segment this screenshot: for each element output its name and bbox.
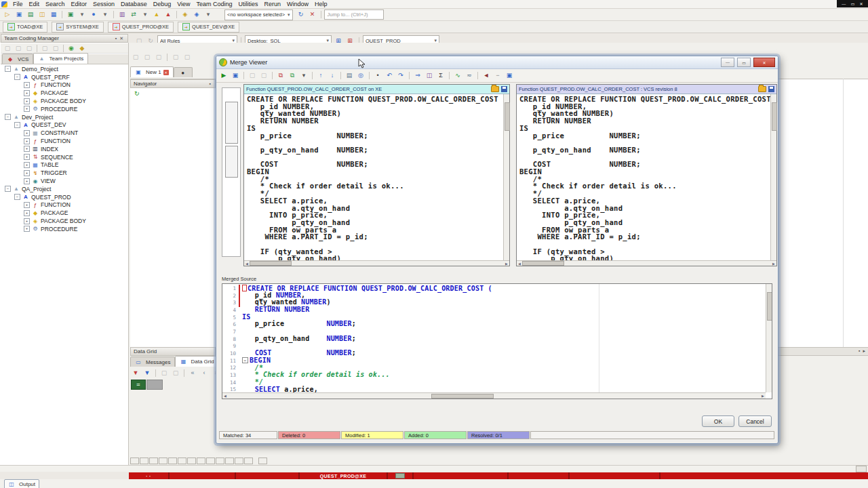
vertical-scrollbar[interactable] — [503, 94, 509, 260]
refresh-icon[interactable]: ↻ — [134, 90, 140, 97]
expand-icon[interactable]: + — [24, 170, 30, 176]
ignore-blanks-icon[interactable]: ≂ — [464, 70, 475, 81]
navigator-cell[interactable] — [197, 458, 205, 464]
navigator-cell[interactable] — [244, 458, 253, 464]
tab-messages[interactable]: ▭Messages — [130, 357, 175, 367]
checkin-icon[interactable]: ▢ — [13, 43, 24, 54]
tree-item-constraint[interactable]: +▦CONSTRAINT — [1, 129, 128, 137]
maximize-icon[interactable]: ▭ — [737, 58, 751, 67]
tree-item-table[interactable]: +▦TABLE — [1, 161, 128, 169]
tab-new-1[interactable]: ▣ New 1 ✕ — [130, 66, 174, 77]
tab-vcs[interactable]: ◆VCS — [2, 54, 33, 64]
navigator-cell[interactable] — [130, 458, 139, 464]
navigator-cell[interactable] — [178, 458, 186, 464]
team-coding-icon[interactable]: ⇄ — [128, 9, 139, 20]
menu-window[interactable]: Window — [284, 1, 311, 7]
save-file-icon[interactable] — [768, 86, 774, 92]
history-icon[interactable]: ▢ — [39, 43, 50, 54]
workspace-delete-icon[interactable]: ✕ — [307, 9, 318, 20]
connection-quest-dev-xe[interactable]: ➜QUEST_DEV@XE — [178, 22, 239, 33]
collapse-icon[interactable]: − — [14, 122, 20, 128]
close-icon[interactable]: ✕ — [753, 58, 775, 67]
sort-desc-icon[interactable]: ▼ — [142, 367, 153, 378]
left-source-code[interactable]: CREATE OR REPLACE FUNCTION QUEST_PROD.OW… — [244, 94, 509, 260]
rollback-icon[interactable]: ▲ — [163, 9, 174, 20]
save-file-icon[interactable] — [501, 86, 507, 92]
tab-data-grid[interactable]: ▦Data Grid — [175, 356, 218, 367]
close-icon[interactable]: ✕ — [860, 1, 863, 6]
collapse-icon[interactable]: − — [5, 66, 11, 72]
tree-item-function[interactable]: +ƒFUNCTION — [1, 81, 128, 89]
new-tab-button[interactable]: ● — [174, 67, 193, 77]
whitespace-icon[interactable]: ∿ — [452, 70, 463, 81]
first-record-icon[interactable]: « — [187, 367, 198, 378]
save-merge-icon[interactable]: ▣ — [230, 70, 241, 81]
tree-item-sequence[interactable]: +⇅SEQUENCE — [1, 153, 128, 161]
dot-icon[interactable]: ▪ — [859, 348, 860, 354]
expand-icon[interactable]: + — [24, 154, 30, 160]
horizontal-scrollbar[interactable]: ◀▶ — [517, 260, 776, 266]
merged-code-line[interactable]: 4 RETURN NUMBER — [222, 306, 766, 314]
menu-utilities[interactable]: Utilities — [236, 1, 261, 7]
data-grid-cell-empty[interactable] — [146, 380, 163, 390]
prev-page-icon[interactable]: ◄ — [481, 70, 492, 81]
menu-session[interactable]: Session — [90, 1, 117, 7]
tree-item-view[interactable]: +◉VIEW — [1, 177, 128, 185]
tree-item-function[interactable]: +ƒFUNCTION — [1, 137, 128, 145]
undo-icon[interactable]: ↶ — [384, 70, 395, 81]
expand-icon[interactable]: + — [24, 226, 30, 232]
next-difference-icon[interactable]: ↓ — [327, 70, 338, 81]
print-icon[interactable]: ▤ — [344, 70, 355, 81]
collapse-icon[interactable]: − — [5, 114, 11, 120]
navigator-cell[interactable] — [149, 458, 158, 464]
expand-icon[interactable]: + — [24, 210, 30, 216]
checkout-icon[interactable]: ▢ — [2, 43, 13, 54]
tree-item-quest_perf[interactable]: −AQUEST_PERF — [1, 73, 128, 81]
copy-to-left-icon[interactable]: ⧉ — [275, 70, 286, 81]
file-compare-icon[interactable]: ◫ — [424, 70, 435, 81]
merged-code-line[interactable]: 8 p_qty_on_hand NUMBER; — [222, 336, 766, 343]
menu-edit[interactable]: Edit — [26, 1, 43, 7]
close-icon[interactable]: ✕ — [118, 36, 125, 41]
tree-item-package[interactable]: +◆PACKAGE — [1, 209, 128, 217]
go-to-difference-icon[interactable]: ⇒ — [412, 70, 423, 81]
expand-icon[interactable]: + — [24, 178, 30, 184]
jump-to-input[interactable]: Jump to... (Ctrl+J) — [324, 9, 384, 20]
merge-thumbnail-map[interactable] — [222, 87, 241, 257]
copy-to-right-icon[interactable]: ⧉ — [287, 70, 298, 81]
horizontal-scrollbar[interactable]: ◀▶ — [244, 260, 509, 266]
bullet-icon[interactable]: • — [372, 70, 383, 81]
maximize-icon[interactable]: ▭ — [851, 1, 855, 6]
run-merge-icon[interactable]: ▶ — [218, 70, 229, 81]
tree-item-procedure[interactable]: +⚙PROCEDURE — [1, 225, 128, 233]
workspace-dropdown[interactable]: <no workspace selected> ▾ — [224, 9, 293, 20]
export-icon[interactable]: ▢ — [170, 367, 181, 378]
expand-icon[interactable]: + — [24, 106, 30, 112]
open-icon[interactable]: ▢ — [142, 52, 153, 62]
save-icon[interactable]: ▢ — [153, 52, 164, 62]
database-icon[interactable]: ● — [88, 9, 99, 20]
dropdown-icon[interactable]: ▾ — [140, 9, 151, 20]
previous-difference-icon[interactable]: ↑ — [315, 70, 326, 81]
navigator-cell[interactable] — [187, 458, 196, 464]
open-file-icon[interactable] — [758, 86, 766, 92]
close-tab-icon[interactable]: ✕ — [163, 70, 169, 75]
editor-icon[interactable]: ◫ — [37, 9, 47, 20]
expand-icon[interactable]: + — [24, 82, 30, 88]
copy-icon[interactable]: ▢ — [182, 52, 193, 62]
minimize-icon[interactable]: — — [842, 2, 846, 6]
collapse-icon[interactable]: − — [14, 74, 20, 80]
expand-icon[interactable]: + — [24, 218, 30, 224]
minimize-icon[interactable]: — — [721, 58, 734, 67]
filter-icon[interactable]: ▢ — [159, 367, 170, 378]
copy-options-dropdown-icon[interactable]: ▾ — [298, 70, 309, 81]
open-file-icon[interactable] — [491, 86, 499, 92]
tree-item-demo_project[interactable]: −▲Demo_Project — [1, 65, 128, 73]
navigator-cell[interactable] — [168, 458, 177, 464]
dropdown-icon[interactable]: ▾ — [77, 9, 87, 20]
menu-search[interactable]: Search — [43, 1, 68, 7]
navigator-cell[interactable] — [159, 458, 167, 464]
tree-item-package[interactable]: +◆PACKAGE — [1, 89, 128, 97]
menu-help[interactable]: Help — [312, 1, 330, 7]
tree-item-dev_project[interactable]: −▲Dev_Project — [1, 113, 128, 121]
